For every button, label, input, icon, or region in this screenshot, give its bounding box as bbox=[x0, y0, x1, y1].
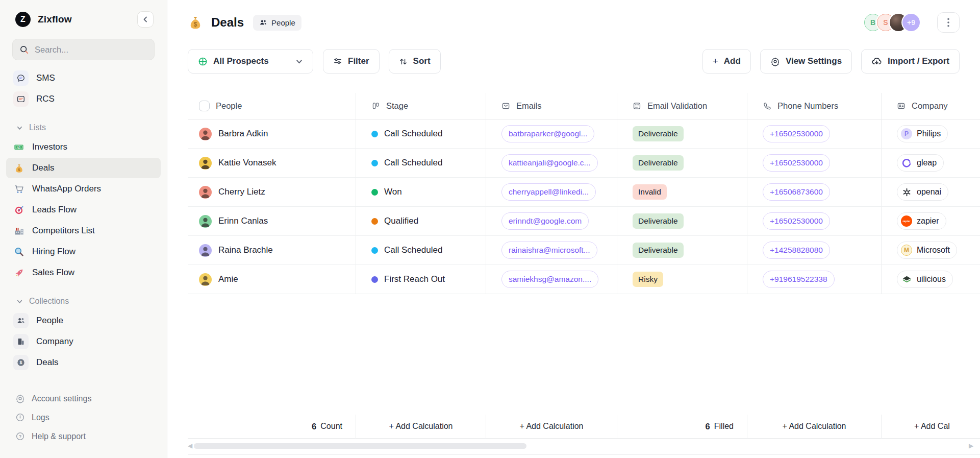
column-header-emails[interactable]: Emails bbox=[486, 93, 617, 119]
table-row-cell-validation[interactable]: Deliverable bbox=[617, 149, 747, 178]
sidebar-item-hiring-flow[interactable]: Hiring Flow bbox=[6, 242, 161, 262]
scroll-right-arrow-icon[interactable]: ▶ bbox=[969, 443, 973, 449]
footer-filled-cell[interactable]: 6 Filled bbox=[617, 415, 747, 439]
table-row-cell-email[interactable]: kattieanjali@google.c... bbox=[486, 149, 617, 178]
sidebar-item-leads-flow[interactable]: Leads Flow bbox=[6, 200, 161, 220]
table-row-cell-phone[interactable]: +16502530000 bbox=[747, 119, 882, 149]
filter-button[interactable]: Filter bbox=[323, 49, 380, 74]
email-pill[interactable]: rainaishra@microsoft... bbox=[501, 242, 597, 259]
table-row-cell-email[interactable]: rainaishra@microsoft... bbox=[486, 236, 617, 265]
email-pill[interactable]: samiekhsg@amazon.... bbox=[501, 271, 598, 288]
table-row-cell-company[interactable]: P Philips bbox=[882, 119, 980, 149]
table-row-cell-email[interactable]: samiekhsg@amazon.... bbox=[486, 265, 617, 294]
table-row-cell-phone[interactable]: +919619522338 bbox=[747, 265, 882, 294]
table-row-cell-stage[interactable]: Call Scheduled bbox=[356, 149, 486, 178]
phone-pill[interactable]: +14258828080 bbox=[763, 242, 830, 259]
phone-pill[interactable]: +16502530000 bbox=[763, 212, 830, 230]
sidebar-item-account-settings[interactable]: Account settings bbox=[0, 389, 167, 408]
sidebar-item-whatsapp-orders[interactable]: WhatsApp Orders bbox=[6, 179, 161, 199]
company-pill[interactable]: gleap bbox=[897, 154, 944, 172]
table-row-cell-validation[interactable]: Invalid bbox=[617, 178, 747, 207]
table-row-cell-people[interactable]: Barbra Adkin bbox=[188, 119, 356, 149]
scrollbar-thumb[interactable] bbox=[194, 443, 526, 449]
sidebar-item-rcs[interactable]: RCS bbox=[6, 89, 161, 109]
table-row-cell-people[interactable]: Erinn Canlas bbox=[188, 207, 356, 236]
sidebar-item-sms[interactable]: SMS bbox=[6, 68, 161, 88]
company-pill[interactable]: zapier zapier bbox=[897, 212, 946, 230]
table-row-cell-validation[interactable]: Deliverable bbox=[617, 207, 747, 236]
sidebar-collapse-button[interactable] bbox=[137, 11, 154, 28]
table-row-cell-email[interactable]: erinndt@google.com bbox=[486, 207, 617, 236]
table-row-cell-stage[interactable]: Call Scheduled bbox=[356, 119, 486, 149]
email-pill[interactable]: kattieanjali@google.c... bbox=[501, 154, 598, 172]
sidebar-item-logs[interactable]: Logs bbox=[0, 408, 167, 427]
select-all-checkbox[interactable] bbox=[199, 101, 210, 111]
column-header-people[interactable]: People bbox=[188, 93, 356, 119]
table-row-cell-stage[interactable]: Call Scheduled bbox=[356, 236, 486, 265]
add-record-button[interactable]: + Add bbox=[702, 49, 751, 74]
email-pill[interactable]: cherryappell@linkedi... bbox=[501, 183, 596, 201]
phone-pill[interactable]: +16502530000 bbox=[763, 154, 830, 172]
company-pill[interactable]: uilicious bbox=[897, 271, 953, 288]
footer-add-calculation-stage[interactable]: + Add Calculation bbox=[356, 415, 486, 439]
sidebar-item-investors[interactable]: $ Investors bbox=[6, 137, 161, 157]
sidebar-section-collections[interactable]: Collections bbox=[16, 297, 167, 306]
sidebar-item-deals-collection[interactable]: $ Deals bbox=[6, 352, 161, 373]
scrollbar-track[interactable] bbox=[194, 443, 967, 449]
table-row-cell-company[interactable]: zapier zapier bbox=[882, 207, 980, 236]
sidebar-item-help-support[interactable]: ? Help & support bbox=[0, 427, 167, 446]
more-options-button[interactable] bbox=[937, 12, 960, 33]
column-header-phone-numbers[interactable]: Phone Numbers bbox=[747, 93, 882, 119]
view-selector-dropdown[interactable]: All Prospects bbox=[188, 49, 313, 74]
table-row-cell-people[interactable]: Kattie Vonasek bbox=[188, 149, 356, 178]
sidebar-item-company[interactable]: Company bbox=[6, 331, 161, 352]
table-row-cell-phone[interactable]: +16502530000 bbox=[747, 149, 882, 178]
company-pill[interactable]: openai bbox=[897, 183, 948, 201]
table-row-cell-stage[interactable]: Qualified bbox=[356, 207, 486, 236]
table-row-cell-company[interactable]: gleap bbox=[882, 149, 980, 178]
table-row-cell-stage[interactable]: First Reach Out bbox=[356, 265, 486, 294]
email-pill[interactable]: erinndt@google.com bbox=[501, 212, 589, 230]
column-header-company[interactable]: Company bbox=[882, 93, 980, 119]
table-row-cell-email[interactable]: batbraparker@googl... bbox=[486, 119, 617, 149]
sidebar-section-lists[interactable]: Lists bbox=[16, 123, 167, 132]
table-row-cell-people[interactable]: Amie bbox=[188, 265, 356, 294]
collaborator-avatars[interactable]: B S +9 bbox=[864, 14, 920, 31]
table-row-cell-phone[interactable]: +14258828080 bbox=[747, 236, 882, 265]
footer-count-cell[interactable]: 6 Count bbox=[188, 415, 356, 439]
search-input[interactable]: Search... bbox=[12, 39, 155, 60]
table-row-cell-validation[interactable]: Risky bbox=[617, 265, 747, 294]
scroll-left-arrow-icon[interactable]: ◀ bbox=[188, 443, 192, 449]
table-row-cell-validation[interactable]: Deliverable bbox=[617, 236, 747, 265]
table-row-cell-people[interactable]: Cherry Lietz bbox=[188, 178, 356, 207]
company-pill[interactable]: P Philips bbox=[897, 125, 948, 142]
table-row-cell-company[interactable]: uilicious bbox=[882, 265, 980, 294]
sidebar-item-sales-flow[interactable]: Sales Flow bbox=[6, 262, 161, 283]
footer-add-calculation-company[interactable]: + Add Cal bbox=[882, 415, 980, 439]
import-export-button[interactable]: Import / Export bbox=[861, 49, 960, 74]
table-row-cell-phone[interactable]: +16502530000 bbox=[747, 207, 882, 236]
table-row-cell-company[interactable]: openai bbox=[882, 178, 980, 207]
avatar-overflow-count[interactable]: +9 bbox=[902, 14, 920, 31]
table-row-cell-stage[interactable]: Won bbox=[356, 178, 486, 207]
table-row-cell-validation[interactable]: Deliverable bbox=[617, 119, 747, 149]
email-pill[interactable]: batbraparker@googl... bbox=[501, 125, 594, 142]
phone-pill[interactable]: +16506873600 bbox=[763, 183, 830, 201]
collection-type-badge[interactable]: People bbox=[253, 15, 301, 31]
phone-pill[interactable]: +919619522338 bbox=[763, 271, 835, 288]
sidebar-item-people[interactable]: People bbox=[6, 310, 161, 331]
footer-add-calculation-emails[interactable]: + Add Calculation bbox=[486, 415, 617, 439]
table-row-cell-company[interactable]: M Microsoft bbox=[882, 236, 980, 265]
table-row-cell-email[interactable]: cherryappell@linkedi... bbox=[486, 178, 617, 207]
horizontal-scrollbar[interactable]: ◀ ▶ bbox=[188, 442, 973, 450]
footer-add-calculation-phone[interactable]: + Add Calculation bbox=[747, 415, 882, 439]
phone-pill[interactable]: +16502530000 bbox=[763, 125, 830, 142]
column-header-stage[interactable]: Stage bbox=[356, 93, 486, 119]
table-row-cell-people[interactable]: Raina Brachle bbox=[188, 236, 356, 265]
view-settings-button[interactable]: View Settings bbox=[760, 49, 852, 74]
sidebar-item-deals[interactable]: $ Deals bbox=[6, 158, 161, 178]
sort-button[interactable]: Sort bbox=[389, 49, 441, 74]
table-row-cell-phone[interactable]: +16506873600 bbox=[747, 178, 882, 207]
sidebar-item-competitors-list[interactable]: Competitors List bbox=[6, 221, 161, 241]
column-header-email-validation[interactable]: Email Validation bbox=[617, 93, 747, 119]
